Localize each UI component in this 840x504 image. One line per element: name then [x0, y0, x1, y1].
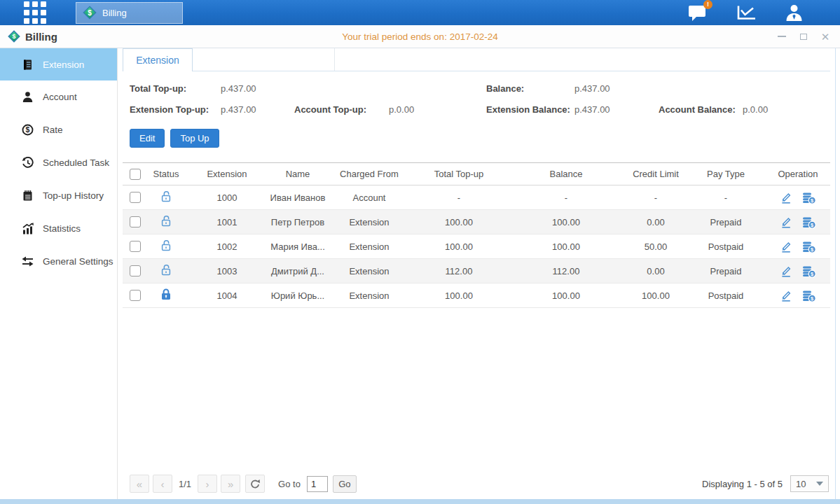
- edit-icon[interactable]: [780, 240, 792, 253]
- billing-summary: Total Top-up: p.437.00 Balance: p.437.00…: [130, 83, 830, 115]
- extension-cell: 1002: [186, 234, 268, 259]
- edit-button[interactable]: Edit: [130, 129, 165, 148]
- sidebar-item-label: Extension: [43, 59, 84, 70]
- lock-closed-icon: [160, 288, 172, 301]
- ledger-icon: [22, 59, 34, 71]
- extension-balance-value: p.437.00: [574, 104, 659, 115]
- page-size-value: 10: [796, 479, 806, 489]
- lock-open-icon: [160, 190, 172, 203]
- total-topup-cell: 100.00: [411, 284, 507, 308]
- table-row[interactable]: 1001Петр ПетровExtension100.00100.000.00…: [123, 210, 830, 234]
- pay-type-cell: Postpaid: [686, 284, 766, 308]
- row-checkbox[interactable]: [130, 216, 141, 227]
- column-total-topup: Total Top-up: [411, 163, 507, 186]
- page-size-select[interactable]: 10: [790, 475, 829, 492]
- refresh-button[interactable]: [245, 475, 265, 493]
- table-row[interactable]: 1000Иван ИвановAccount----$: [123, 186, 830, 210]
- status-cell: [146, 234, 186, 259]
- column-extension: Extension: [186, 163, 268, 186]
- total-topup-cell: 100.00: [411, 210, 507, 234]
- column-charged-from: Charged From: [327, 163, 411, 186]
- pay-type-cell: -: [686, 186, 766, 210]
- topup-coins-icon[interactable]: $: [802, 265, 816, 278]
- sidebar-item-label: Rate: [43, 125, 63, 135]
- account-balance-label: Account Balance:: [659, 104, 743, 115]
- prev-page-button[interactable]: ‹: [153, 475, 172, 493]
- credit-limit-cell: 0.00: [626, 259, 686, 284]
- name-cell: Юрий Юрь...: [268, 284, 327, 308]
- lock-open-icon: [160, 239, 172, 252]
- total-topup-cell: 112.00: [411, 259, 507, 284]
- extension-topup-value: p.437.00: [221, 104, 294, 115]
- row-checkbox[interactable]: [130, 241, 141, 252]
- credit-limit-cell: -: [626, 186, 686, 210]
- notebook-icon: [22, 190, 34, 202]
- total-topup-cell: -: [411, 186, 507, 210]
- table-row[interactable]: 1003Дмитрий Д...Extension112.00112.000.0…: [123, 259, 830, 284]
- topup-coins-icon[interactable]: $: [802, 191, 816, 204]
- sidebar-item-scheduled-task[interactable]: Scheduled Task: [0, 146, 117, 179]
- topup-coins-icon[interactable]: $: [802, 289, 816, 302]
- sidebar-item-extension[interactable]: Extension: [0, 48, 117, 80]
- first-page-button[interactable]: «: [130, 475, 149, 493]
- minimize-icon[interactable]: [777, 31, 787, 41]
- column-operation: Operation: [766, 163, 830, 186]
- sidebar-item-general-settings[interactable]: General Settings: [0, 245, 117, 278]
- edit-icon[interactable]: [780, 289, 792, 302]
- sidebar-item-label: Scheduled Task: [43, 158, 109, 168]
- transfer-arrows-icon: [22, 255, 34, 267]
- displaying-text: Displaying 1 - 5 of 5: [702, 479, 783, 489]
- last-page-button[interactable]: »: [221, 475, 240, 493]
- charged-from-cell: Extension: [327, 284, 411, 308]
- app-tab-label: Billing: [102, 8, 127, 18]
- app-tab-billing[interactable]: $ Billing: [76, 2, 183, 24]
- pay-type-cell: Prepaid: [686, 210, 766, 234]
- table-row[interactable]: 1004Юрий Юрь...Extension100.00100.00100.…: [123, 284, 830, 308]
- column-credit-limit: Credit Limit: [626, 163, 686, 186]
- sidebar-item-label: General Settings: [43, 256, 113, 267]
- pay-type-cell: Postpaid: [686, 234, 766, 259]
- topup-button[interactable]: Top Up: [170, 129, 219, 148]
- sidebar-item-topup-history[interactable]: Top-up History: [0, 179, 117, 212]
- reports-icon[interactable]: [736, 4, 757, 21]
- balance-label: Balance:: [486, 83, 574, 94]
- row-checkbox[interactable]: [130, 265, 141, 276]
- maximize-icon[interactable]: [799, 31, 808, 41]
- table-header-row: Status Extension Name Charged From Total…: [123, 163, 830, 186]
- next-page-button[interactable]: ›: [198, 475, 217, 493]
- table-row[interactable]: 1002Мария Ива...Extension100.00100.0050.…: [123, 234, 830, 259]
- edit-icon[interactable]: [780, 265, 792, 277]
- row-checkbox[interactable]: [130, 290, 141, 301]
- tab-extension[interactable]: Extension: [123, 48, 193, 71]
- column-balance: Balance: [507, 163, 626, 186]
- topup-coins-icon[interactable]: $: [802, 240, 816, 253]
- pay-type-cell: Prepaid: [686, 259, 766, 284]
- extension-topup-label: Extension Top-up:: [130, 104, 221, 115]
- account-balance-value: p.0.00: [743, 104, 830, 115]
- edit-icon[interactable]: [780, 191, 792, 204]
- svg-text:$: $: [26, 125, 30, 134]
- row-checkbox[interactable]: [130, 192, 141, 203]
- name-cell: Дмитрий Д...: [268, 259, 327, 284]
- user-account-icon[interactable]: [785, 4, 804, 22]
- close-icon[interactable]: ✕: [820, 31, 830, 41]
- extension-cell: 1001: [186, 210, 268, 234]
- sidebar-item-account[interactable]: Account: [0, 80, 117, 113]
- messages-icon[interactable]: !: [688, 4, 708, 22]
- charged-from-cell: Extension: [327, 210, 411, 234]
- select-all-checkbox[interactable]: [130, 169, 141, 180]
- edit-icon[interactable]: [780, 216, 792, 228]
- extension-balance-label: Extension Balance:: [486, 104, 574, 115]
- statistics-icon: [22, 223, 34, 234]
- topup-coins-icon[interactable]: $: [802, 216, 816, 229]
- goto-page-input[interactable]: [307, 476, 328, 492]
- lock-open-icon: [160, 263, 172, 276]
- app-grid-icon[interactable]: [24, 1, 46, 24]
- svg-text:$: $: [88, 9, 92, 17]
- sidebar-item-statistics[interactable]: Statistics: [0, 212, 117, 245]
- go-button[interactable]: Go: [333, 475, 357, 493]
- status-cell: [146, 259, 186, 284]
- sidebar-item-rate[interactable]: $ Rate: [0, 113, 117, 146]
- main-panel: Extension Total Top-up: p.437.00 Balance…: [118, 48, 836, 499]
- balance-value: p.437.00: [574, 83, 659, 94]
